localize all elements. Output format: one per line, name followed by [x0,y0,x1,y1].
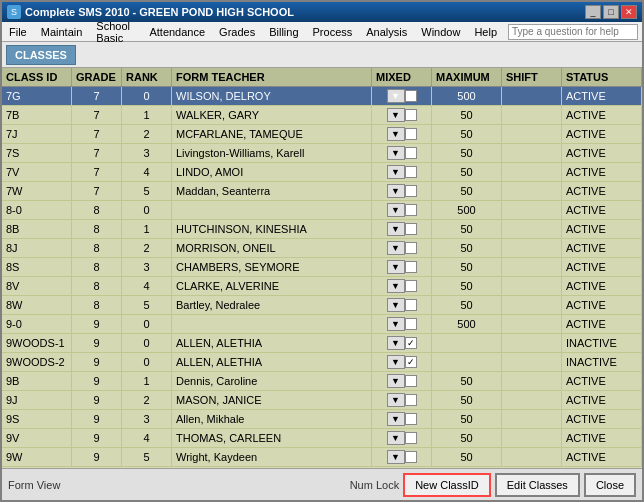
table-row[interactable]: 7B 7 1 WALKER, GARY ▼ 50 ACTIVE [2,106,642,125]
mixed-dropdown[interactable]: ▼ [387,374,405,388]
mixed-checkbox[interactable] [405,90,417,102]
mixed-dropdown[interactable]: ▼ [387,279,405,293]
mixed-checkbox[interactable] [405,432,417,444]
cell-grade: 8 [72,239,122,257]
mixed-checkbox[interactable] [405,166,417,178]
cell-rank: 2 [122,239,172,257]
mixed-dropdown[interactable]: ▼ [387,412,405,426]
table-row[interactable]: 9WOODS-1 9 0 ALLEN, ALETHIA ▼ INACTIVE [2,334,642,353]
classes-button[interactable]: CLASSES [6,45,76,65]
menu-maintain[interactable]: Maintain [38,25,86,39]
mixed-checkbox[interactable] [405,242,417,254]
cell-status: ACTIVE [562,258,642,276]
mixed-checkbox[interactable] [405,337,417,349]
table-row[interactable]: 7S 7 3 Livingston-Williams, Karell ▼ 50 … [2,144,642,163]
table-row[interactable]: 9V 9 4 THOMAS, CARLEEN ▼ 50 ACTIVE [2,429,642,448]
toolbar: CLASSES [2,42,642,68]
menu-help[interactable]: Help [471,25,500,39]
mixed-dropdown[interactable]: ▼ [387,450,405,464]
table-row[interactable]: 8B 8 1 HUTCHINSON, KINESHIA ▼ 50 ACTIVE [2,220,642,239]
menu-process[interactable]: Process [310,25,356,39]
mixed-checkbox[interactable] [405,394,417,406]
mixed-dropdown[interactable]: ▼ [387,298,405,312]
table-row[interactable]: 9-0 9 0 ▼ 500 ACTIVE [2,315,642,334]
mixed-dropdown[interactable]: ▼ [387,165,405,179]
table-row[interactable]: 9S 9 3 Allen, Mikhale ▼ 50 ACTIVE [2,410,642,429]
cell-maximum: 50 [432,125,502,143]
cell-maximum: 50 [432,163,502,181]
menu-window[interactable]: Window [418,25,463,39]
menu-school-basic[interactable]: School Basic [93,19,138,45]
mixed-dropdown[interactable]: ▼ [387,260,405,274]
mixed-checkbox[interactable] [405,185,417,197]
table-row[interactable]: 8-0 8 0 ▼ 500 ACTIVE [2,201,642,220]
table-row[interactable]: 7W 7 5 Maddan, Seanterra ▼ 50 ACTIVE [2,182,642,201]
menu-analysis[interactable]: Analysis [363,25,410,39]
cell-teacher: Maddan, Seanterra [172,182,372,200]
table-row[interactable]: 8V 8 4 CLARKE, ALVERINE ▼ 50 ACTIVE [2,277,642,296]
table-row[interactable]: 8S 8 3 CHAMBERS, SEYMORE ▼ 50 ACTIVE [2,258,642,277]
col-maximum: MAXIMUM [432,68,502,86]
cell-shift [502,258,562,276]
edit-classes-button[interactable]: Edit Classes [495,473,580,497]
mixed-dropdown[interactable]: ▼ [387,203,405,217]
table-row[interactable]: 8W 8 5 Bartley, Nedralee ▼ 50 ACTIVE [2,296,642,315]
cell-class-id: 9W [2,448,72,466]
col-shift: SHIFT [502,68,562,86]
menu-grades[interactable]: Grades [216,25,258,39]
cell-shift [502,163,562,181]
table-row[interactable]: 9WOODS-2 9 0 ALLEN, ALETHIA ▼ INACTIVE [2,353,642,372]
minimize-button[interactable]: _ [585,5,601,19]
mixed-dropdown[interactable]: ▼ [387,184,405,198]
mixed-checkbox[interactable] [405,375,417,387]
cell-rank: 1 [122,220,172,238]
title-controls: _ □ ✕ [585,5,637,19]
help-input[interactable] [508,24,638,40]
mixed-checkbox[interactable] [405,109,417,121]
menu-file[interactable]: File [6,25,30,39]
mixed-checkbox[interactable] [405,261,417,273]
cell-rank: 3 [122,258,172,276]
cell-teacher: Bartley, Nedralee [172,296,372,314]
mixed-dropdown[interactable]: ▼ [387,317,405,331]
cell-shift [502,315,562,333]
menu-billing[interactable]: Billing [266,25,301,39]
mixed-dropdown[interactable]: ▼ [387,241,405,255]
mixed-dropdown[interactable]: ▼ [387,89,405,103]
table-row[interactable]: 9B 9 1 Dennis, Caroline ▼ 50 ACTIVE [2,372,642,391]
mixed-checkbox[interactable] [405,356,417,368]
mixed-dropdown[interactable]: ▼ [387,431,405,445]
mixed-dropdown[interactable]: ▼ [387,222,405,236]
mixed-dropdown[interactable]: ▼ [387,336,405,350]
table-row[interactable]: 7V 7 4 LINDO, AMOI ▼ 50 ACTIVE [2,163,642,182]
cell-mixed: ▼ [372,315,432,333]
close-button[interactable]: Close [584,473,636,497]
table-row[interactable]: 9W 9 5 Wright, Kaydeen ▼ 50 ACTIVE [2,448,642,467]
cell-status: ACTIVE [562,144,642,162]
menu-attendance[interactable]: Attendance [146,25,208,39]
mixed-dropdown[interactable]: ▼ [387,108,405,122]
mixed-dropdown[interactable]: ▼ [387,127,405,141]
mixed-checkbox[interactable] [405,147,417,159]
table-row[interactable]: 7J 7 2 MCFARLANE, TAMEQUE ▼ 50 ACTIVE [2,125,642,144]
mixed-checkbox[interactable] [405,318,417,330]
window-close-button[interactable]: ✕ [621,5,637,19]
mixed-dropdown[interactable]: ▼ [387,393,405,407]
mixed-checkbox[interactable] [405,299,417,311]
mixed-checkbox[interactable] [405,413,417,425]
table-row[interactable]: 8J 8 2 MORRISON, ONEIL ▼ 50 ACTIVE [2,239,642,258]
table-row[interactable]: 9J 9 2 MASON, JANICE ▼ 50 ACTIVE [2,391,642,410]
mixed-checkbox[interactable] [405,451,417,463]
help-area [508,24,638,40]
table-row[interactable]: 7G 7 0 WILSON, DELROY ▼ 500 ACTIVE [2,87,642,106]
mixed-checkbox[interactable] [405,280,417,292]
maximize-button[interactable]: □ [603,5,619,19]
mixed-checkbox[interactable] [405,204,417,216]
mixed-checkbox[interactable] [405,223,417,235]
cell-class-id: 7B [2,106,72,124]
mixed-dropdown[interactable]: ▼ [387,146,405,160]
mixed-dropdown[interactable]: ▼ [387,355,405,369]
cell-shift [502,429,562,447]
mixed-checkbox[interactable] [405,128,417,140]
new-classid-button[interactable]: New ClassID [403,473,491,497]
